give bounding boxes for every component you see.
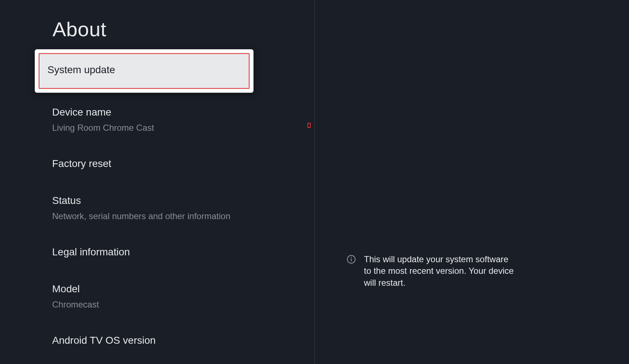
menu-item-title: Legal information [52, 246, 240, 259]
red-marker [307, 123, 311, 128]
menu-item-title: Device name [52, 106, 240, 119]
menu-item-factory-reset[interactable]: Factory reset [35, 154, 253, 174]
menu-item-title: Android TV OS version [52, 334, 240, 347]
menu-item-title: Status [52, 194, 240, 207]
menu-item-android-version[interactable]: Android TV OS version [35, 330, 253, 351]
menu-item-title: System update [47, 63, 241, 76]
vertical-divider [314, 0, 315, 364]
menu-item-model[interactable]: Model Chromecast [35, 279, 253, 314]
menu-item-device-name[interactable]: Device name Living Room Chrome Cast [35, 102, 253, 137]
menu-item-legal-information[interactable]: Legal information [35, 242, 253, 262]
menu-item-title: Factory reset [52, 157, 240, 170]
info-icon [347, 255, 356, 264]
menu-item-title: Model [52, 283, 240, 296]
info-text: This will update your system software to… [364, 254, 516, 289]
menu-item-status[interactable]: Status Network, serial numbers and other… [35, 191, 253, 225]
info-panel: This will update your system software to… [347, 254, 516, 289]
menu-item-subtitle: Living Room Chrome Cast [52, 122, 240, 133]
settings-menu: System update Device name Living Room Ch… [35, 49, 253, 364]
menu-item-subtitle: Chromecast [52, 299, 240, 310]
menu-item-system-update[interactable]: System update [35, 49, 253, 93]
page-title: About [53, 17, 106, 41]
svg-point-2 [351, 257, 352, 258]
menu-item-subtitle: Network, serial numbers and other inform… [52, 210, 240, 222]
